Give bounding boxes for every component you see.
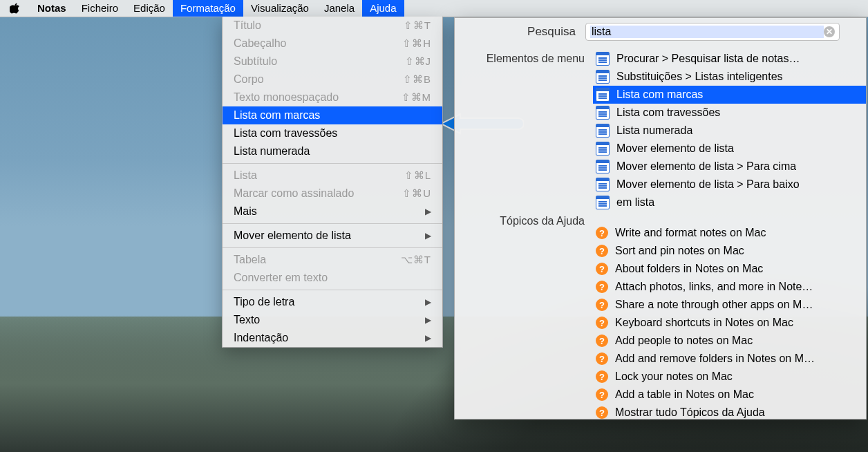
menu-item-icon [596, 124, 610, 138]
help-menu-result[interactable]: Lista com marcas [593, 86, 866, 104]
result-label: Add and remove folders in Notes on M… [615, 352, 815, 365]
format-item[interactable]: Lista com marcas [223, 106, 442, 124]
menu-item-label: Cabeçalho [234, 37, 402, 50]
help-sections: Elementos de menu Tópicos da Ajuda [455, 46, 593, 419]
help-topic-icon: ? [596, 245, 608, 257]
help-topic-result[interactable]: ?Add a table in Notes on Mac [593, 386, 866, 404]
result-label: Attach photos, links, and more in Note… [615, 281, 813, 293]
help-topic-result[interactable]: ?Write and format notes on Mac [593, 224, 866, 242]
menu-item-icon [596, 70, 610, 84]
result-label: em lista [616, 196, 654, 209]
help-topic-result[interactable]: ?Attach photos, links, and more in Note… [593, 278, 866, 296]
help-results: Procurar > Pesquisar lista de notas…Subs… [593, 46, 866, 419]
format-item: Título⇧⌘T [223, 17, 442, 35]
menu-item-label: Subtítulo [234, 55, 405, 68]
format-item: Marcar como assinalado⇧⌘U [223, 185, 442, 203]
help-menu-result[interactable]: Substituições > Listas inteligentes [593, 68, 866, 86]
help-menu-result[interactable]: Lista numerada [593, 122, 866, 140]
help-topic-icon: ? [596, 406, 608, 419]
format-item: Tabela⌥⌘T [223, 251, 442, 269]
shortcut-label: ⌥⌘T [401, 254, 431, 266]
help-topic-icon: ? [596, 299, 608, 311]
help-search-box[interactable]: ✕ [585, 23, 840, 41]
help-topic-icon: ? [596, 335, 608, 347]
format-menu-dropdown: Título⇧⌘TCabeçalho⇧⌘HSubtítulo⇧⌘JCorpo⇧⌘… [222, 17, 443, 348]
result-label: Write and format notes on Mac [615, 227, 766, 239]
menu-item-icon [596, 88, 610, 102]
help-topic-result[interactable]: ?Add people to notes on Mac [593, 332, 866, 350]
menu-help[interactable]: Ajuda [362, 0, 404, 17]
apple-menu[interactable] [0, 2, 30, 15]
menu-item-label: Texto monoespaçado [234, 91, 402, 104]
menu-item-label: Título [234, 19, 404, 32]
menu-item-label: Indentação [234, 332, 425, 344]
menu-format[interactable]: Formatação [173, 0, 243, 17]
help-menu-result[interactable]: Lista com travessões [593, 104, 866, 122]
shortcut-label: ⇧⌘U [402, 187, 431, 200]
help-topic-icon: ? [596, 388, 608, 401]
help-menu-result[interactable]: Mover elemento de lista [593, 140, 866, 158]
format-item[interactable]: Lista numerada [223, 142, 442, 160]
menu-file[interactable]: Ficheiro [74, 0, 126, 17]
format-item: Lista⇧⌘L [223, 167, 442, 185]
menu-edit[interactable]: Edição [126, 0, 173, 17]
result-label: Lista com travessões [616, 106, 720, 119]
result-label: Mover elemento de lista > Para baixo [616, 178, 800, 191]
menu-item-icon [596, 52, 610, 66]
menu-item-icon [596, 160, 610, 173]
help-menu-result[interactable]: Procurar > Pesquisar lista de notas… [593, 50, 866, 68]
format-item[interactable]: Mais▶ [223, 203, 442, 220]
help-menu-result[interactable]: Mover elemento de lista > Para baixo [593, 176, 866, 194]
menu-item-label: Lista numerada [234, 145, 431, 158]
help-topic-icon: ? [596, 317, 608, 329]
format-item[interactable]: Indentação▶ [223, 329, 442, 347]
menu-item-label: Mover elemento de lista [234, 229, 425, 242]
result-label: Lista com marcas [616, 88, 703, 101]
menu-item-label: Converter em texto [234, 272, 431, 284]
shortcut-label: ⇧⌘B [403, 73, 431, 86]
result-label: Lock your notes on Mac [615, 370, 733, 383]
result-label: Add a table in Notes on Mac [615, 388, 754, 401]
menu-separator [223, 223, 442, 224]
help-topic-result[interactable]: ?Lock your notes on Mac [593, 368, 866, 386]
help-topic-result[interactable]: ?Mostrar tudo Tópicos da Ajuda [593, 404, 866, 419]
format-item[interactable]: Texto▶ [223, 311, 442, 329]
submenu-arrow-icon: ▶ [425, 231, 431, 241]
shortcut-label: ⇧⌘T [404, 19, 431, 32]
submenu-arrow-icon: ▶ [425, 315, 431, 325]
format-item[interactable]: Lista com travessões [223, 124, 442, 142]
help-menu-result[interactable]: Mover elemento de lista > Para cima [593, 158, 866, 176]
help-topic-result[interactable]: ?Keyboard shortcuts in Notes on Mac [593, 314, 866, 332]
result-label: Procurar > Pesquisar lista de notas… [616, 53, 800, 65]
help-topic-result[interactable]: ?Share a note through other apps on M… [593, 296, 866, 314]
menu-item-icon [596, 142, 610, 156]
menu-item-icon [596, 196, 610, 209]
help-topic-result[interactable]: ?About folders in Notes on Mac [593, 260, 866, 278]
section-help-topics: Tópicos da Ajuda [455, 215, 585, 227]
menu-view[interactable]: Visualização [243, 0, 317, 17]
format-item[interactable]: Tipo de letra▶ [223, 293, 442, 311]
format-item: Converter em texto [223, 269, 442, 287]
help-search-label: Pesquisa [455, 25, 585, 39]
menu-window[interactable]: Janela [317, 0, 362, 17]
menu-item-label: Lista [234, 169, 404, 182]
menu-item-icon [596, 178, 610, 191]
help-topic-icon: ? [596, 370, 608, 383]
shortcut-label: ⇧⌘M [402, 91, 432, 104]
help-search-input[interactable] [590, 26, 824, 38]
menu-item-label: Texto [234, 314, 425, 326]
help-topic-result[interactable]: ?Add and remove folders in Notes on M… [593, 350, 866, 368]
help-topic-icon: ? [596, 227, 608, 239]
format-item: Subtítulo⇧⌘J [223, 53, 442, 70]
shortcut-label: ⇧⌘H [402, 37, 431, 50]
clear-search-icon[interactable]: ✕ [824, 26, 835, 37]
app-menu[interactable]: Notas [30, 0, 74, 17]
help-menu-result[interactable]: em lista [593, 194, 866, 211]
format-item[interactable]: Mover elemento de lista▶ [223, 227, 442, 245]
menu-item-label: Lista com travessões [234, 127, 431, 140]
help-topic-result[interactable]: ?Sort and pin notes on Mac [593, 242, 866, 260]
result-label: Lista numerada [616, 124, 692, 137]
menu-item-label: Tabela [234, 254, 401, 266]
menu-separator [223, 247, 442, 248]
menu-separator [223, 290, 442, 290]
